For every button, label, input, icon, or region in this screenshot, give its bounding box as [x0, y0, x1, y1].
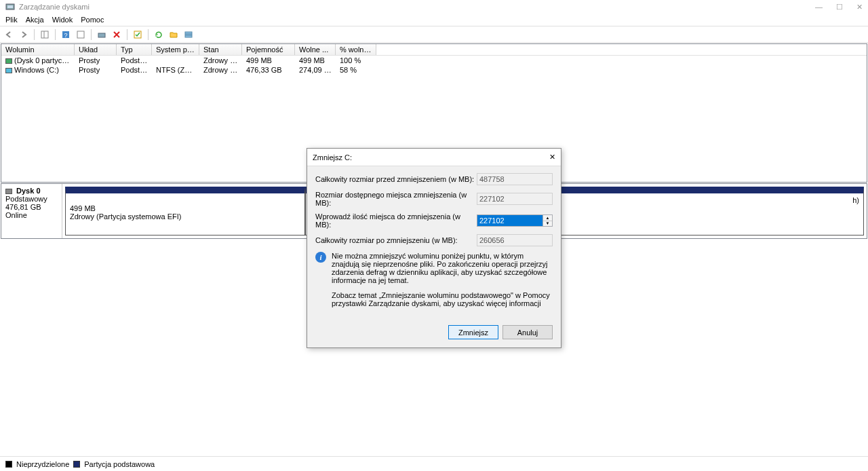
col-procent[interactable]: % wolnego — [336, 44, 376, 55]
cell-wolumin: (Dysk 0 partycja 1) — [14, 56, 75, 64]
titlebar: Zarządzanie dyskami — ☐ ✕ — [0, 0, 868, 14]
menu-plik[interactable]: Plik — [5, 16, 18, 24]
cancel-button[interactable]: Anuluj — [502, 325, 553, 339]
refresh-icon[interactable] — [75, 29, 87, 41]
close-button[interactable]: ✕ — [856, 3, 863, 12]
col-typ[interactable]: Typ — [117, 44, 152, 55]
col-wolne[interactable]: Wolne ... — [295, 44, 336, 55]
volume-icon — [5, 58, 12, 64]
label-shrink-amount: Wprowadź ilość miejsca do zmniejszenia (… — [315, 212, 477, 229]
cell-procent: 100 % — [336, 56, 376, 65]
cell-typ: Podstaw... — [117, 56, 152, 65]
disk-type: Podstawowy — [5, 195, 58, 203]
partition-status: Zdrowy (Partycja systemowa EFI) — [70, 212, 300, 221]
disk-info[interactable]: Dysk 0 Podstawowy 476,81 GB Online — [1, 184, 62, 238]
menubar: Plik Akcja Widok Pomoc — [0, 14, 868, 26]
cell-uklad: Prosty — [75, 56, 117, 65]
cell-stan: Zdrowy (R... — [199, 65, 242, 75]
cell-poj: 499 MB — [242, 56, 295, 65]
dialog-close-icon[interactable]: ✕ — [549, 153, 555, 162]
spinner[interactable]: ▲▼ — [543, 214, 553, 227]
partition-size: 499 MB — [70, 204, 300, 212]
cell-wolumin: Windows (C:) — [14, 66, 59, 74]
cell-system — [152, 56, 199, 65]
svg-text:?: ? — [64, 32, 67, 39]
forward-icon[interactable] — [18, 29, 30, 41]
folder-icon[interactable] — [167, 29, 180, 41]
table-row[interactable]: (Dysk 0 partycja 1) Prosty Podstaw... Zd… — [1, 56, 867, 65]
cell-uklad: Prosty — [75, 65, 117, 75]
col-wolumin[interactable]: Wolumin — [1, 44, 75, 55]
svg-rect-1 — [7, 5, 13, 8]
label-total-after: Całkowity rozmiar po zmniejszeniu (w MB)… — [315, 236, 477, 244]
action-icon[interactable] — [96, 29, 108, 41]
show-hide-icon[interactable] — [39, 29, 51, 41]
toolbar: ? — [0, 26, 868, 43]
legend: Nieprzydzielone Partycja podstawowa — [0, 456, 868, 471]
back-icon[interactable] — [3, 29, 15, 41]
input-total-after — [477, 234, 553, 246]
cell-wolne: 274,09 GB — [295, 65, 336, 75]
svg-rect-2 — [41, 31, 48, 38]
legend-primary: Partycja podstawowa — [84, 460, 155, 468]
svg-rect-6 — [77, 31, 84, 38]
input-shrink-amount[interactable] — [477, 214, 543, 227]
spin-down-icon[interactable]: ▼ — [543, 221, 552, 227]
label-available: Rozmiar dostępnego miejsca zmniejszenia … — [315, 191, 477, 207]
table-header: Wolumin Układ Typ System plik... Stan Po… — [1, 44, 867, 56]
maximize-button[interactable]: ☐ — [836, 3, 843, 12]
col-stan[interactable]: Stan — [199, 44, 242, 55]
dialog-title: Zmniejsz C: — [313, 153, 352, 162]
cell-poj: 476,33 GB — [242, 65, 295, 75]
cell-procent: 58 % — [336, 65, 376, 75]
legend-swatch-unallocated — [5, 461, 12, 468]
list-icon[interactable] — [182, 29, 195, 41]
svg-rect-9 — [185, 32, 192, 37]
shrink-dialog: Zmniejsz C: ✕ Całkowity rozmiar przed zm… — [307, 148, 561, 348]
cell-wolne: 499 MB — [295, 56, 336, 65]
info-icon: i — [315, 252, 326, 263]
menu-widok[interactable]: Widok — [52, 16, 73, 24]
dialog-titlebar: Zmniejsz C: ✕ — [307, 149, 561, 166]
partition-efi[interactable]: 499 MB Zdrowy (Partycja systemowa EFI) — [65, 187, 305, 236]
rescan-icon[interactable] — [153, 29, 165, 41]
col-system[interactable]: System plik... — [152, 44, 199, 55]
app-icon — [5, 2, 15, 12]
info-text-1: Nie można zmniejszyć woluminu poniżej pu… — [332, 252, 553, 284]
col-uklad[interactable]: Układ — [75, 44, 117, 55]
disk-name: Dysk 0 — [16, 187, 40, 195]
volume-icon — [5, 68, 12, 73]
disk-status: Online — [5, 211, 58, 219]
legend-unallocated: Nieprzydzielone — [16, 460, 69, 468]
menu-pomoc[interactable]: Pomoc — [81, 16, 104, 24]
cell-stan: Zdrowy (P... — [199, 56, 242, 65]
minimize-button[interactable]: — — [815, 3, 823, 12]
cell-typ: Podstaw... — [117, 65, 152, 75]
disk-size: 476,81 GB — [5, 203, 58, 211]
label-total-before: Całkowity rozmiar przed zmniejszeniem (w… — [315, 175, 477, 183]
check-icon[interactable] — [132, 29, 144, 41]
svg-rect-7 — [98, 33, 105, 37]
input-total-before — [477, 173, 553, 185]
col-pojemnosc[interactable]: Pojemność — [242, 44, 295, 55]
menu-akcja[interactable]: Akcja — [26, 16, 44, 24]
legend-swatch-primary — [73, 461, 80, 468]
help-icon[interactable]: ? — [60, 29, 72, 41]
table-row[interactable]: Windows (C:) Prosty Podstaw... NTFS (Zas… — [1, 65, 867, 75]
cell-system: NTFS (Zaszy... — [152, 65, 199, 75]
disk-icon — [5, 189, 12, 194]
input-available — [477, 193, 553, 205]
info-text-2: Zobacz temat „Zmniejszanie woluminu pods… — [332, 291, 553, 307]
shrink-button[interactable]: Zmniejsz — [448, 325, 498, 339]
spin-up-icon[interactable]: ▲ — [543, 215, 552, 221]
delete-icon[interactable] — [111, 29, 123, 41]
app-title: Zarządzanie dyskami — [19, 3, 90, 11]
